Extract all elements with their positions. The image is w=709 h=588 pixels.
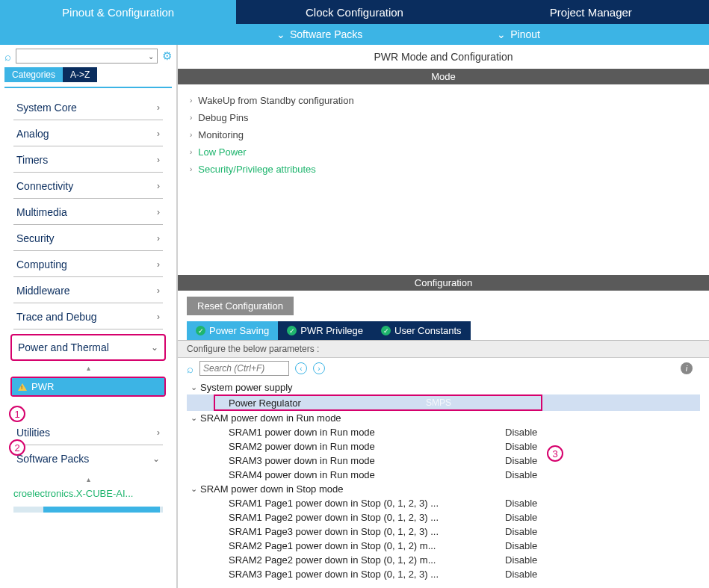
mode-label: Low Power	[198, 146, 246, 158]
mode-low-power[interactable]: ›Low Power	[190, 143, 697, 161]
param-value: Disable	[505, 455, 537, 466]
tab-pwr-privilege[interactable]: ✓PWR Privilege	[278, 321, 372, 340]
filter-a-z[interactable]: A->Z	[63, 67, 97, 82]
chevron-right-icon: ›	[157, 181, 160, 191]
cat-security[interactable]: Security›	[13, 225, 163, 251]
chevron-right-icon: ›	[157, 427, 160, 438]
param-value: Disable	[505, 498, 537, 509]
param-label: SRAM2 power down in Run mode	[229, 441, 505, 452]
chevron-down-icon: ⌄	[152, 454, 160, 464]
param-value: Disable	[505, 441, 537, 452]
cat-label: Security	[16, 232, 55, 244]
highlight-pwr: PWR	[10, 377, 166, 397]
chevron-right-icon: ›	[157, 129, 160, 139]
cat-middleware[interactable]: Middleware›	[13, 277, 163, 303]
mode-wakeup[interactable]: ›WakeUp from Standby configuration	[190, 92, 697, 109]
row-sram1-page2-stop[interactable]: SRAM1 Page2 power down in Stop (0, 1, 2,…	[187, 510, 700, 524]
tab-label: User Constants	[394, 325, 462, 336]
check-icon: ✓	[287, 326, 297, 335]
reset-configuration-button[interactable]: Reset Configuration	[187, 297, 294, 315]
chevron-right-icon: ›	[157, 233, 160, 244]
row-sram1-page1-stop[interactable]: SRAM1 Page1 power down in Stop (0, 1, 2,…	[187, 496, 700, 510]
tab-clock-config[interactable]: Clock Configuration	[236, 0, 472, 24]
pack-scrollbar[interactable]	[13, 507, 163, 513]
search-prev-button[interactable]: ‹	[295, 362, 307, 374]
search-next-button[interactable]: ›	[313, 362, 325, 374]
tab-power-saving[interactable]: ✓Power Saving	[187, 321, 278, 340]
row-sram3-page1-stop[interactable]: SRAM3 Page1 power down in Stop (0, 1, 2,…	[187, 567, 700, 581]
cat-software-packs[interactable]: Software Packs⌄	[13, 445, 163, 471]
cat-analog[interactable]: Analog›	[13, 120, 163, 146]
dropdown-pinout[interactable]: ⌄Pinout	[497, 28, 540, 40]
row-sram1-page3-stop[interactable]: SRAM1 Page3 power down in Stop (0, 1, 2,…	[187, 524, 700, 539]
chevron-down-icon: ⌄	[187, 484, 200, 494]
tab-project-manager[interactable]: Project Manager	[473, 0, 709, 24]
group-sram-run[interactable]: ⌄SRAM power down in Run mode	[187, 411, 700, 425]
row-sram2-run[interactable]: SRAM2 power down in Run modeDisable	[187, 439, 700, 454]
mode-label: Debug Pins	[198, 112, 248, 123]
param-search-input[interactable]	[199, 361, 289, 376]
chevron-down-icon: ⌄	[187, 413, 200, 423]
info-icon[interactable]: i	[681, 362, 693, 374]
param-value: SMPS	[424, 397, 451, 408]
row-sram1-run[interactable]: SRAM1 power down in Run modeDisable	[187, 425, 700, 439]
mode-debug-pins[interactable]: ›Debug Pins	[190, 109, 697, 126]
chevron-right-icon: ›	[157, 285, 160, 296]
filter-categories[interactable]: Categories	[4, 67, 63, 82]
param-label: SRAM1 Page1 power down in Stop (0, 1, 2,…	[229, 498, 505, 509]
chevron-right-icon: ›	[157, 207, 160, 217]
mode-security-privilege[interactable]: ›Security/Privilege attributes	[190, 161, 697, 178]
cat-utilities[interactable]: Utilities›	[13, 419, 163, 445]
chevron-right-icon: ›	[157, 259, 160, 270]
mode-header: Mode	[178, 69, 709, 84]
row-sram3-run[interactable]: SRAM3 power down in Run modeDisable	[187, 454, 700, 468]
caret-up-icon: ▴	[0, 475, 176, 483]
tab-label: Power Saving	[209, 325, 269, 336]
check-icon: ✓	[196, 326, 205, 335]
chevron-right-icon: ›	[157, 312, 160, 322]
cat-multimedia[interactable]: Multimedia›	[13, 199, 163, 225]
caret-up-icon: ▴	[0, 364, 176, 372]
chevron-down-icon: ⌄	[187, 383, 200, 392]
cat-system-core[interactable]: System Core›	[13, 94, 163, 120]
cat-computing[interactable]: Computing›	[13, 251, 163, 277]
mode-monitoring[interactable]: ›Monitoring	[190, 126, 697, 143]
cat-label: Utilities	[16, 427, 50, 439]
row-sram2-page2-stop[interactable]: SRAM2 Page2 power down in Stop (0, 1, 2)…	[187, 553, 700, 567]
sidebar-item-pwr[interactable]: PWR	[12, 378, 164, 395]
callout-1: 1	[9, 406, 25, 422]
callout-2: 2	[9, 439, 25, 456]
software-pack-link[interactable]: croelectronics.X-CUBE-AI...	[0, 483, 176, 504]
param-label: SRAM1 Page2 power down in Stop (0, 1, 2,…	[229, 512, 505, 523]
mode-label: WakeUp from Standby configuration	[198, 95, 353, 106]
mode-label: Security/Privilege attributes	[198, 164, 316, 175]
cat-label: Middleware	[16, 285, 70, 297]
cat-power-thermal[interactable]: Power and Thermal⌄	[12, 335, 164, 359]
param-label: SRAM1 power down in Run mode	[229, 427, 505, 438]
group-sram-stop[interactable]: ⌄SRAM power down in Stop mode	[187, 482, 700, 496]
group-label: SRAM power down in Stop mode	[200, 483, 343, 495]
dropdown-software-packs[interactable]: ⌄Software Packs	[276, 28, 362, 40]
cat-label: Timers	[16, 154, 48, 166]
cat-trace-debug[interactable]: Trace and Debug›	[13, 303, 163, 329]
callout-3: 3	[547, 445, 563, 462]
row-sram2-page1-stop[interactable]: SRAM2 Page1 power down in Stop (0, 1, 2)…	[187, 539, 700, 553]
cat-label: Software Packs	[16, 453, 89, 465]
param-value: Disable	[505, 569, 537, 580]
cat-connectivity[interactable]: Connectivity›	[13, 173, 163, 199]
row-power-regulator[interactable]: Power Regulator SMPS	[187, 394, 700, 411]
check-icon: ✓	[381, 326, 391, 335]
cat-timers[interactable]: Timers›	[13, 146, 163, 173]
tab-user-constants[interactable]: ✓User Constants	[372, 321, 471, 340]
cat-label: Analog	[16, 128, 49, 140]
tab-pinout-config[interactable]: Pinout & Configuration	[0, 0, 236, 24]
param-value: Disable	[505, 554, 537, 566]
search-combo[interactable]: ⌄	[16, 49, 158, 64]
search-icon: ⌕	[187, 362, 193, 375]
row-sram4-run[interactable]: SRAM4 power down in Run modeDisable	[187, 468, 700, 482]
chevron-down-icon: ⌄	[151, 342, 158, 353]
cat-label: Trace and Debug	[16, 311, 97, 323]
param-value: Disable	[505, 512, 537, 523]
group-system-power-supply[interactable]: ⌄System power supply	[187, 380, 700, 394]
gear-icon[interactable]: ⚙	[162, 49, 172, 63]
